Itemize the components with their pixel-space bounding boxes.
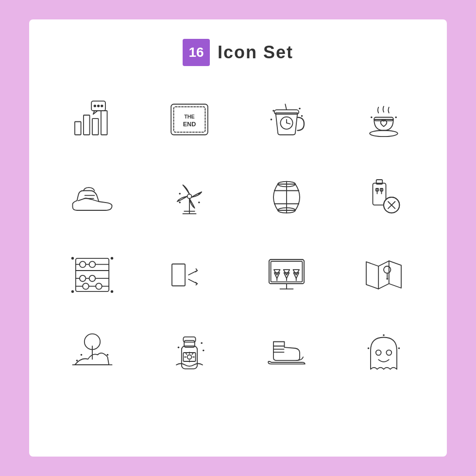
ghost-icon bbox=[355, 323, 413, 382]
svg-point-32 bbox=[198, 193, 200, 195]
svg-point-106 bbox=[203, 350, 204, 352]
svg-point-30 bbox=[187, 194, 192, 199]
coffee-cup-icon bbox=[257, 90, 316, 149]
svg-point-115 bbox=[383, 334, 385, 336]
svg-line-16 bbox=[287, 123, 290, 124]
svg-point-62 bbox=[111, 257, 113, 259]
usb-error-icon bbox=[355, 168, 413, 226]
svg-rect-12 bbox=[274, 110, 299, 114]
svg-point-111 bbox=[376, 350, 381, 356]
love-coffee-icon bbox=[355, 90, 413, 149]
svg-point-31 bbox=[179, 193, 181, 195]
svg-point-54 bbox=[89, 261, 96, 268]
svg-point-23 bbox=[371, 117, 373, 119]
resize-icon bbox=[160, 246, 219, 304]
svg-point-86 bbox=[386, 278, 388, 280]
svg-point-91 bbox=[81, 354, 83, 356]
svg-point-56 bbox=[80, 275, 86, 282]
svg-point-21 bbox=[370, 131, 398, 137]
svg-point-61 bbox=[71, 257, 74, 259]
svg-point-24 bbox=[395, 117, 397, 119]
sneaker-icon bbox=[63, 168, 121, 226]
svg-rect-1 bbox=[84, 115, 90, 135]
svg-point-6 bbox=[98, 105, 100, 107]
svg-point-97 bbox=[187, 355, 192, 359]
svg-point-60 bbox=[96, 283, 102, 289]
svg-text:END: END bbox=[183, 121, 196, 128]
svg-point-5 bbox=[94, 105, 96, 107]
svg-point-33 bbox=[179, 202, 181, 204]
icon-set-title: Icon Set bbox=[218, 42, 293, 63]
svg-rect-93 bbox=[182, 346, 197, 369]
svg-point-59 bbox=[83, 283, 89, 289]
svg-rect-65 bbox=[172, 264, 185, 286]
svg-rect-3 bbox=[101, 111, 107, 135]
svg-point-112 bbox=[386, 350, 391, 356]
svg-rect-2 bbox=[92, 119, 99, 135]
svg-point-20 bbox=[301, 115, 303, 117]
svg-point-90 bbox=[76, 359, 78, 361]
svg-point-105 bbox=[201, 342, 203, 344]
svg-point-104 bbox=[178, 346, 180, 348]
svg-point-17 bbox=[272, 110, 274, 112]
svg-text:THE: THE bbox=[184, 114, 195, 119]
svg-point-63 bbox=[71, 290, 74, 293]
svg-line-102 bbox=[186, 354, 187, 355]
the-end-icon: THE END bbox=[160, 90, 219, 149]
icons-grid: THE END bbox=[58, 90, 418, 382]
svg-point-113 bbox=[368, 347, 370, 349]
svg-point-64 bbox=[111, 290, 113, 293]
svg-point-85 bbox=[384, 266, 391, 273]
svg-point-34 bbox=[198, 202, 200, 204]
svg-marker-82 bbox=[366, 261, 401, 289]
sunscreen-icon bbox=[160, 323, 219, 382]
abacus-icon bbox=[63, 246, 121, 304]
svg-point-92 bbox=[107, 354, 109, 356]
barrel-icon bbox=[257, 168, 316, 226]
map-pin-icon bbox=[355, 246, 413, 304]
svg-point-114 bbox=[398, 347, 400, 349]
svg-rect-95 bbox=[183, 337, 195, 342]
svg-rect-0 bbox=[75, 122, 81, 135]
windmill-icon bbox=[160, 168, 219, 226]
bar-chart-icon bbox=[63, 90, 121, 149]
svg-line-103 bbox=[192, 354, 193, 355]
svg-rect-40 bbox=[373, 183, 386, 205]
svg-point-19 bbox=[299, 108, 301, 110]
nature-hand-icon bbox=[63, 323, 121, 382]
eco-monitor-icon bbox=[257, 246, 316, 304]
ice-skate-icon bbox=[257, 323, 316, 382]
main-card: 16 Icon Set bbox=[29, 19, 447, 457]
svg-line-13 bbox=[285, 104, 287, 110]
svg-point-53 bbox=[80, 261, 86, 268]
header: 16 Icon Set bbox=[183, 39, 293, 66]
svg-point-18 bbox=[271, 119, 272, 120]
icon-set-number: 16 bbox=[183, 39, 210, 66]
svg-point-57 bbox=[89, 275, 96, 282]
svg-point-7 bbox=[101, 105, 103, 107]
